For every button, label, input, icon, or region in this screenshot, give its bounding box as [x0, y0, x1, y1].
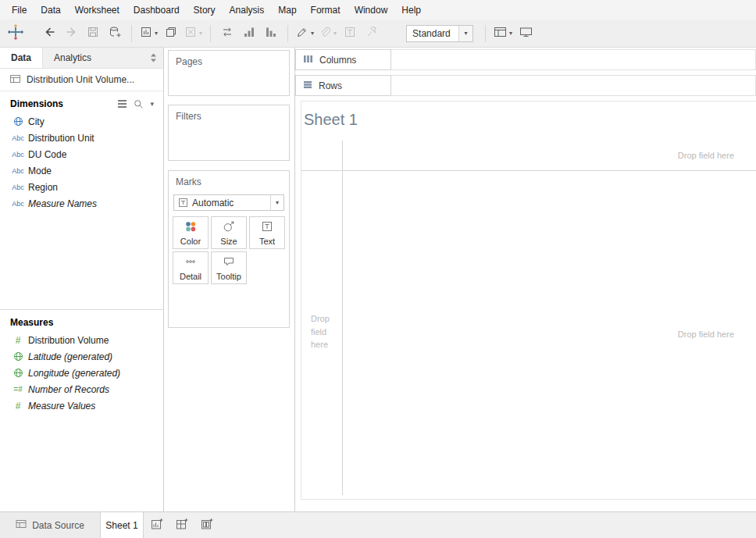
tab-sheet-1[interactable]: Sheet 1	[101, 512, 144, 538]
fix-axes-button[interactable]	[362, 23, 382, 45]
pane-splitter[interactable]	[0, 212, 163, 310]
undo-arrow-icon	[43, 26, 56, 41]
new-story-icon	[201, 518, 214, 533]
columns-shelf-label: Columns	[295, 49, 391, 70]
mark-type-dropdown[interactable]: Automatic ▾	[173, 194, 284, 211]
rows-shelf-drop-area[interactable]	[391, 75, 756, 96]
redo-arrow-icon	[65, 26, 78, 41]
text-icon	[261, 220, 273, 236]
pages-card[interactable]: Pages	[168, 50, 290, 96]
field-city[interactable]: City	[0, 113, 163, 130]
field-label: Distribution Volume	[28, 335, 109, 346]
duplicate-sheet-button[interactable]	[161, 23, 181, 45]
chevron-down-icon: ▾	[155, 30, 158, 37]
rows-icon	[303, 80, 312, 91]
columns-shelf-drop-area[interactable]	[391, 49, 756, 70]
presentation-mode-button[interactable]	[515, 23, 536, 45]
field-latitude-generated[interactable]: Latitude (generated)	[0, 348, 163, 365]
new-worksheet-button[interactable]: ▾	[138, 23, 159, 45]
menu-item-analysis[interactable]: Analysis	[223, 1, 272, 20]
pane-swap-icon[interactable]	[144, 48, 163, 68]
data-source-item[interactable]: Distribution Unit Volume...	[0, 69, 163, 91]
field-measure-names[interactable]: Abc Measure Names	[0, 195, 163, 212]
marks-card[interactable]: Marks Automatic ▾ Color Size	[168, 170, 290, 328]
clear-sheet-icon	[184, 26, 197, 41]
field-label: Longitude (generated)	[28, 368, 120, 379]
new-story-tab-button[interactable]	[195, 512, 219, 538]
menu-item-help[interactable]: Help	[394, 1, 428, 20]
field-number-of-records[interactable]: =# Number of Records	[0, 381, 163, 397]
highlight-button[interactable]: ▾	[294, 23, 316, 45]
sort-descending-button[interactable]	[261, 23, 281, 45]
filters-card-title: Filters	[169, 105, 289, 122]
tab-data[interactable]: Data	[0, 48, 43, 68]
columns-shelf-title: Columns	[319, 55, 356, 66]
save-button[interactable]	[83, 23, 103, 45]
field-label: Measure Values	[28, 401, 95, 412]
sheet-tab-bar: Data Source Sheet 1	[0, 511, 756, 538]
drop-zone-data[interactable]: Drop field here	[678, 330, 734, 339]
toolbar-separator	[485, 25, 486, 42]
menu-item-story[interactable]: Story	[187, 1, 223, 20]
drop-zone-rows[interactable]: Drop field here	[311, 312, 341, 351]
color-button[interactable]: Color	[173, 216, 209, 249]
menu-item-worksheet[interactable]: Worksheet	[68, 1, 127, 20]
clear-sheet-button[interactable]: ▾	[183, 23, 204, 45]
field-distribution-volume[interactable]: # Distribution Volume	[0, 332, 163, 348]
undo-button[interactable]	[39, 23, 59, 45]
view-options-icon[interactable]	[114, 99, 130, 109]
redo-button[interactable]	[61, 23, 81, 45]
menu-item-dashboard[interactable]: Dashboard	[127, 1, 187, 20]
sheet-title[interactable]: Sheet 1	[304, 111, 358, 129]
chevron-down-icon: ▾	[199, 30, 202, 37]
marks-buttons: Color Size Text Detail	[169, 216, 289, 284]
tab-data-source-label: Data Source	[32, 520, 84, 531]
menu-bar: File Data Worksheet Dashboard Story Anal…	[0, 0, 756, 20]
tab-analytics[interactable]: Analytics	[43, 48, 102, 68]
sort-ascending-button[interactable]	[239, 23, 259, 45]
duplicate-icon	[165, 26, 177, 41]
sheet-canvas[interactable]: Sheet 1 Drop field here Drop field here …	[301, 101, 756, 500]
detail-button[interactable]: Detail	[173, 251, 209, 284]
mark-type-caret-icon[interactable]: ▾	[270, 195, 284, 210]
data-source-name: Distribution Unit Volume...	[27, 74, 134, 85]
pane-menu-caret-icon[interactable]: ▾	[147, 100, 157, 108]
field-distribution-unit[interactable]: Abc Distribution Unit	[0, 130, 163, 146]
cards-icon	[494, 26, 507, 41]
menu-item-data[interactable]: Data	[34, 1, 67, 20]
menu-item-file[interactable]: File	[5, 1, 34, 20]
menu-item-format[interactable]: Format	[304, 1, 348, 20]
show-mark-labels-button[interactable]	[340, 23, 360, 45]
drop-zone-columns[interactable]: Drop field here	[678, 151, 734, 160]
new-data-source-button[interactable]	[105, 23, 125, 45]
size-button[interactable]: Size	[211, 216, 247, 249]
field-longitude-generated[interactable]: Longitude (generated)	[0, 365, 163, 381]
show-hide-cards-button[interactable]: ▾	[492, 23, 514, 45]
calculated-number-icon: =#	[8, 385, 28, 394]
group-members-button[interactable]: ▾	[317, 23, 338, 45]
fit-selector[interactable]: Standard ▾	[406, 25, 473, 42]
tooltip-button[interactable]: Tooltip	[211, 251, 247, 284]
globe-icon	[8, 368, 28, 378]
new-worksheet-tab-button[interactable]	[145, 512, 169, 538]
field-measure-values[interactable]: # Measure Values	[0, 397, 163, 414]
menu-item-window[interactable]: Window	[348, 1, 395, 20]
highlight-pen-icon	[296, 26, 308, 41]
menu-item-map[interactable]: Map	[271, 1, 303, 20]
fit-selector-caret-icon[interactable]: ▾	[458, 26, 472, 41]
abc-icon: Abc	[8, 151, 28, 159]
search-icon[interactable]	[130, 99, 147, 109]
new-dashboard-tab-button[interactable]	[170, 512, 194, 538]
filters-card[interactable]: Filters	[168, 105, 290, 161]
marks-card-title: Marks	[169, 171, 289, 187]
text-button[interactable]: Text	[249, 216, 285, 249]
field-du-code[interactable]: Abc DU Code	[0, 146, 163, 162]
swap-rows-columns-button[interactable]	[217, 23, 237, 45]
abc-icon: Abc	[8, 134, 28, 142]
field-mode[interactable]: Abc Mode	[0, 162, 163, 179]
measures-title: Measures	[10, 317, 157, 328]
tableau-logo-button[interactable]	[5, 23, 26, 45]
data-pane-tabs: Data Analytics	[0, 48, 163, 69]
tab-data-source[interactable]: Data Source	[0, 512, 101, 538]
field-region[interactable]: Abc Region	[0, 179, 163, 195]
